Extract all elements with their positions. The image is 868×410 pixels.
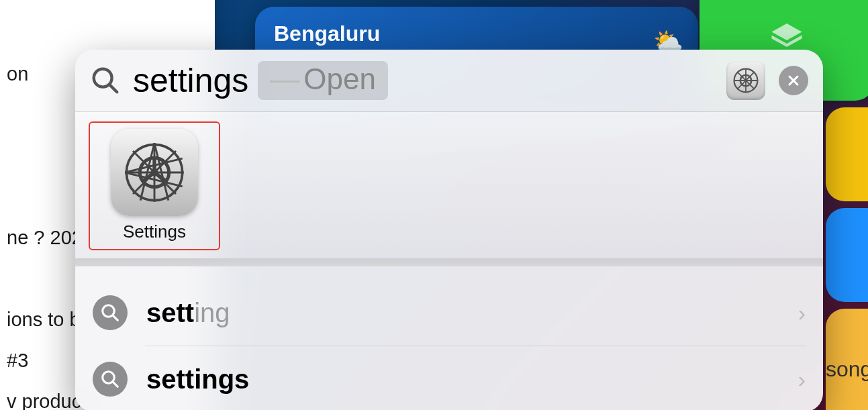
chevron-right-icon: › [798,300,806,326]
open-hint: — Open [258,61,388,100]
svg-line-1 [109,85,117,92]
gear-icon [731,66,761,95]
suggestion-row[interactable]: settings › [75,346,823,410]
top-hit-thumbnail[interactable] [726,61,765,100]
suggestion-text: settings [146,364,249,395]
top-hit-label: Settings [123,221,186,242]
spotlight-header: settings — Open [75,50,823,111]
weather-city: Bengaluru [274,21,679,46]
suggestion-row[interactable]: setting › [75,280,823,346]
yellow-widget [826,107,868,201]
search-icon [90,65,121,96]
svg-point-8 [744,79,748,83]
clear-button[interactable] [779,66,808,95]
suggestions-section: setting › settings › [75,266,823,410]
section-divider [75,258,823,266]
song-widget: song [826,309,868,410]
search-suggestion-icon [93,295,128,330]
search-query: settings [133,61,248,100]
top-hit-app[interactable]: Settings [89,121,220,250]
gear-icon [121,139,188,206]
search-input[interactable]: settings — Open [133,61,388,100]
chevron-right-icon: › [798,366,806,393]
search-suggestion-icon [93,362,128,397]
close-icon [787,74,800,87]
top-hit-section: Settings [75,112,823,258]
svg-line-25 [113,382,117,387]
desktop: on ne ? 2021 ions to boo #3 v productiv … [0,0,868,410]
suggestion-text: setting [146,298,230,328]
svg-line-23 [113,315,117,320]
search-icon [100,369,120,389]
open-hint-text: Open [303,62,376,96]
blue-widget [826,208,868,302]
spotlight-panel: settings — Open [75,50,823,410]
svg-point-21 [151,169,158,176]
settings-app-icon [111,129,198,216]
search-icon [100,303,120,323]
song-label: song [826,357,868,382]
